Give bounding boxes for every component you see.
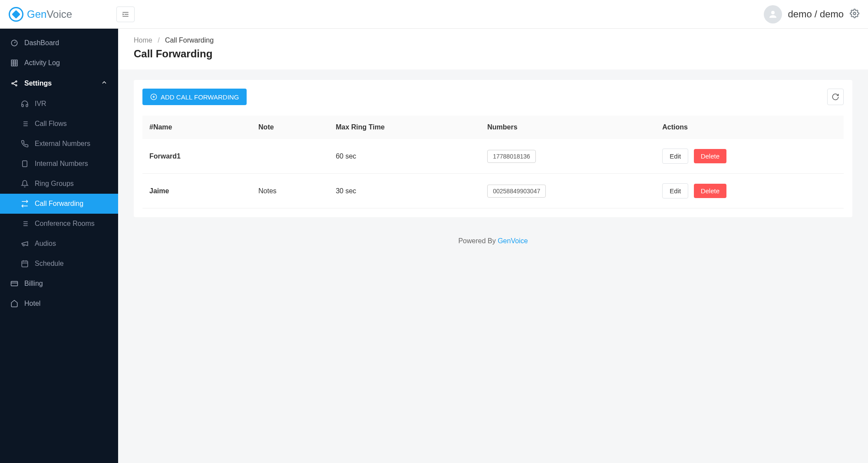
page-title: Call Forwarding (134, 48, 852, 60)
menu-indent-icon (122, 10, 129, 18)
cell-name: Jaime (142, 174, 251, 208)
tablet-icon (21, 160, 29, 168)
chevron-up-icon (101, 79, 108, 88)
main-content: Home / Call Forwarding Call Forwarding A… (118, 29, 868, 463)
sidebar-item-label: Activity Log (24, 59, 60, 67)
sidebar-item-billing[interactable]: Billing (0, 274, 118, 294)
svg-rect-22 (23, 161, 27, 167)
sidebar-item-activity-log[interactable]: Activity Log (0, 53, 118, 73)
breadcrumb-home[interactable]: Home (134, 36, 152, 44)
grid-icon (10, 59, 18, 67)
content-area: ADD CALL FORWARDING #Name Note Max Ring … (118, 69, 868, 228)
headphones-icon (21, 100, 29, 108)
sidebar-item-schedule[interactable]: Schedule (0, 254, 118, 274)
cell-max-ring-time: 30 sec (329, 174, 480, 208)
svg-point-13 (16, 85, 17, 86)
svg-line-14 (13, 82, 16, 83)
sidebar-toggle-button[interactable] (116, 7, 135, 22)
logo-text-gen: Gen (27, 8, 46, 20)
logo-icon (9, 7, 23, 22)
edit-button[interactable]: Edit (662, 149, 688, 164)
edit-button[interactable]: Edit (662, 183, 688, 198)
number-badge: 17788018136 (487, 150, 536, 163)
top-header: GenVoice demo / demo (0, 0, 868, 29)
table-row: Forward1 60 sec 17788018136 Edit Delete (142, 139, 844, 174)
sidebar-item-audios[interactable]: Audios (0, 234, 118, 254)
user-avatar[interactable] (764, 5, 782, 23)
sidebar-item-call-forwarding[interactable]: Call Forwarding (0, 194, 118, 214)
sidebar-item-ring-groups[interactable]: Ring Groups (0, 174, 118, 194)
card-actions: ADD CALL FORWARDING (142, 89, 844, 105)
delete-button[interactable]: Delete (694, 184, 726, 198)
card: ADD CALL FORWARDING #Name Note Max Ring … (134, 80, 852, 217)
th-numbers: Numbers (480, 116, 655, 139)
delete-button[interactable]: Delete (694, 149, 726, 163)
sidebar-item-internal-numbers[interactable]: Internal Numbers (0, 154, 118, 174)
user-name-label[interactable]: demo / demo (788, 9, 844, 20)
share-icon (10, 79, 18, 87)
cell-actions: Edit Delete (655, 139, 844, 174)
number-badge: 00258849903047 (487, 185, 546, 198)
card-icon (10, 280, 18, 288)
refresh-button[interactable] (827, 89, 844, 105)
footer-brand-link[interactable]: GenVoice (498, 237, 528, 245)
sidebar-item-label: Settings (24, 79, 52, 87)
sidebar-item-label: Schedule (35, 260, 64, 268)
sidebar-item-dashboard[interactable]: DashBoard (0, 33, 118, 53)
calendar-icon (21, 260, 29, 268)
list-icon (21, 120, 29, 128)
table-row: Jaime Notes 30 sec 00258849903047 Edit D… (142, 174, 844, 208)
sidebar-item-label: Audios (35, 240, 56, 248)
cell-actions: Edit Delete (655, 174, 844, 208)
breadcrumb-separator: / (158, 36, 159, 44)
cell-numbers: 00258849903047 (480, 174, 655, 208)
sidebar-item-label: Conference Rooms (35, 220, 95, 228)
dashboard-icon (10, 39, 18, 47)
add-call-forwarding-button[interactable]: ADD CALL FORWARDING (142, 89, 247, 105)
header-left: GenVoice (9, 7, 135, 22)
sidebar-item-settings[interactable]: Settings (0, 73, 118, 94)
sidebar-item-external-numbers[interactable]: External Numbers (0, 134, 118, 154)
sidebar-item-label: Billing (24, 280, 43, 288)
sidebar-item-label: Internal Numbers (35, 160, 88, 168)
sidebar-item-ivr[interactable]: IVR (0, 94, 118, 114)
sidebar-item-label: Call Forwarding (35, 200, 83, 208)
settings-gear-button[interactable] (850, 9, 859, 20)
th-name: #Name (142, 116, 251, 139)
header-right: demo / demo (764, 5, 859, 23)
svg-rect-33 (11, 281, 18, 286)
svg-point-12 (16, 81, 17, 82)
call-forwarding-table: #Name Note Max Ring Time Numbers Actions… (142, 116, 844, 208)
cell-max-ring-time: 60 sec (329, 139, 480, 174)
footer-text: Powered By (458, 237, 498, 245)
sidebar-item-call-flows[interactable]: Call Flows (0, 114, 118, 134)
sidebar-item-conference-rooms[interactable]: Conference Rooms (0, 214, 118, 234)
sidebar-item-label: Ring Groups (35, 180, 74, 188)
breadcrumb: Home / Call Forwarding (134, 36, 852, 44)
sidebar-item-label: IVR (35, 100, 46, 108)
sidebar-item-hotel[interactable]: Hotel (0, 294, 118, 314)
brand-logo[interactable]: GenVoice (9, 7, 72, 22)
home-icon (10, 300, 18, 308)
th-max-ring-time: Max Ring Time (329, 116, 480, 139)
cell-note: Notes (251, 174, 329, 208)
sidebar-item-label: External Numbers (35, 140, 90, 148)
bell-icon (21, 180, 29, 188)
footer: Powered By GenVoice (118, 228, 868, 255)
cell-name: Forward1 (142, 139, 251, 174)
list-icon (21, 220, 29, 228)
swap-icon (21, 200, 29, 208)
svg-point-3 (771, 11, 775, 14)
megaphone-icon (21, 240, 29, 248)
breadcrumb-current: Call Forwarding (165, 36, 214, 44)
logo-text-voice: Voice (46, 8, 72, 20)
th-actions: Actions (655, 116, 844, 139)
svg-line-15 (13, 84, 16, 85)
refresh-icon (832, 93, 839, 101)
th-note: Note (251, 116, 329, 139)
page-header: Home / Call Forwarding Call Forwarding (118, 29, 868, 69)
sidebar-item-label: Call Flows (35, 120, 67, 128)
sidebar-item-label: Hotel (24, 300, 40, 308)
svg-rect-29 (22, 261, 28, 267)
phone-icon (21, 140, 29, 148)
